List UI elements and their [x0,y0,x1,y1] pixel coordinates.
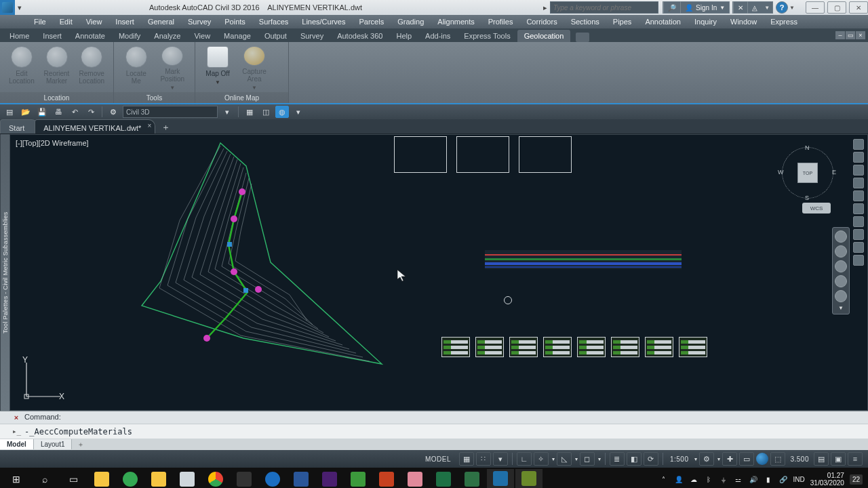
recorder-icon[interactable] [515,469,542,488]
menu-corridors[interactable]: Corridors [519,18,564,26]
mark-position-button[interactable]: MarkPosition▼ [155,43,191,91]
tab-view[interactable]: View [187,30,217,42]
qat-chevron-icon[interactable]: ▾ [15,0,24,15]
ortho-icon[interactable]: ∟ [517,452,532,466]
qat-tool-c-icon[interactable]: ◍ [275,106,289,118]
workspace-dropdown-icon[interactable]: ▾ [220,106,234,118]
file-tab[interactable]: ALINYEMEN VERTIKAL.dwt*× [35,119,155,134]
chevron-down-icon[interactable]: ▼ [789,5,795,11]
excel-icon[interactable] [430,469,457,488]
minimize-button[interactable]: — [806,1,825,14]
taskview-button[interactable]: ▭ [60,469,87,488]
pan-icon[interactable] [835,245,847,258]
command-input[interactable] [24,427,868,436]
tab-modify[interactable]: Modify [112,30,147,42]
exchange-apps-icon[interactable]: ◬ [747,1,762,14]
search-trigger-icon[interactable]: ▸ [540,0,550,15]
link-icon[interactable]: 🔗 [778,474,788,484]
menu-icon[interactable]: ≡ [848,452,863,466]
command-line[interactable]: ▸_ [0,424,868,439]
ime-indicator[interactable]: IND [793,476,805,483]
nav-icon[interactable] [853,216,864,227]
maximize-button[interactable]: ▢ [827,1,846,14]
transparency-icon[interactable]: ◧ [627,452,642,466]
menu-express[interactable]: Express [764,18,804,26]
sign-in-button[interactable]: 👤 Sign In ▼ [680,1,729,14]
locate-me-button[interactable]: LocateMe [118,43,155,91]
menu-linescurves[interactable]: Lines/Curves [295,18,352,26]
exchange-x-icon[interactable]: ✕ [733,1,747,14]
bluetooth-icon[interactable]: ᛒ [704,474,713,484]
zoom-icon[interactable] [835,260,847,272]
command-prompt-icon[interactable]: ▸_ [12,427,22,436]
tab-annotate[interactable]: Annotate [68,30,112,42]
drawing-canvas[interactable]: [-][Top][2D Wireframe] [9,134,868,411]
nav-icon[interactable] [853,178,864,188]
new-tab-button[interactable]: ＋ [158,121,173,134]
mdi-close-button[interactable]: × [856,31,865,39]
open-icon[interactable]: 📂 [19,106,33,118]
monitor-icon[interactable]: ▭ [739,452,754,466]
tab-analyze[interactable]: Analyze [147,30,187,42]
menu-window[interactable]: Window [724,18,764,26]
close-commandline-icon[interactable]: × [12,413,20,422]
layout1-tab[interactable]: Layout1 [34,439,73,449]
menu-edit[interactable]: Edit [53,18,79,26]
tab-home[interactable]: Home [3,30,36,42]
menu-general[interactable]: General [141,18,181,26]
workspace-gear-icon[interactable]: ⚙ [106,106,120,118]
search-button[interactable]: ⌕ [31,469,58,488]
autocad-icon[interactable] [231,469,258,488]
nav-icon[interactable] [853,255,864,266]
tool-palette-bar[interactable]: Tool Palettes - Civil Metric Subassembli… [0,134,9,411]
powerpoint-icon[interactable] [373,469,400,488]
tab-addins[interactable]: Add-ins [418,30,457,42]
network-icon[interactable]: ⏚ [719,474,728,484]
tab-survey[interactable]: Survey [294,30,330,42]
gear-icon[interactable]: ⚙ [699,452,714,466]
tab-expresstools[interactable]: Express Tools [457,30,517,42]
reorient-marker-button[interactable]: ReorientMarker [39,43,75,91]
globe-icon[interactable] [756,453,768,465]
model-tab[interactable]: Model [0,439,34,449]
clock[interactable]: 01.27 31/03/2020 [810,472,844,487]
people-icon[interactable]: 👤 [674,474,684,484]
menu-surfaces[interactable]: Surfaces [252,18,295,26]
word-icon[interactable] [288,469,315,488]
print-icon[interactable]: 🖶 [52,106,65,118]
steering-wheel-icon[interactable] [835,230,847,243]
lineweight-icon[interactable]: ≣ [610,452,625,466]
tab-manage[interactable]: Manage [217,30,258,42]
viewcube[interactable]: TOP N E S W [781,146,835,200]
tab-help[interactable]: Help [389,30,418,42]
new-icon[interactable]: ▤ [3,106,16,118]
ucs-icon[interactable]: X Y [20,356,67,403]
nav-icon[interactable] [853,152,864,163]
wifi-icon[interactable]: ⚍ [734,474,743,484]
camtasia-icon[interactable] [344,469,372,488]
polar-icon[interactable]: ✧ [534,452,549,466]
close-tab-icon[interactable]: × [147,122,151,129]
nav-icon[interactable] [853,242,864,253]
osnap-icon[interactable]: ◻ [580,452,595,466]
menu-annotation[interactable]: Annotation [638,18,688,26]
menu-survey[interactable]: Survey [181,18,218,26]
nav-icon[interactable] [853,139,864,150]
wcs-badge[interactable]: WCS [802,203,831,214]
anno-scale[interactable]: 1:500 [667,455,692,463]
orbit-icon[interactable] [835,275,847,287]
plus-icon[interactable]: ✚ [722,452,737,466]
nav-icon[interactable] [853,203,864,214]
showmotion-icon[interactable] [835,290,847,302]
menu-file[interactable]: File [27,18,53,26]
notepad-icon[interactable] [174,469,201,488]
menu-alignments[interactable]: Alignments [431,18,481,26]
workspace-selector[interactable]: Civil 3D [123,106,218,118]
capture-area-button[interactable]: CaptureArea▼ [236,43,273,91]
qat-dropdown-icon[interactable]: ▾ [292,106,305,118]
nav-icon[interactable] [853,190,864,201]
start-button[interactable]: ⊞ [3,469,30,488]
app-icon[interactable] [117,469,144,488]
chevron-down-icon[interactable]: ▼ [838,305,844,311]
grid-icon[interactable]: ▦ [459,452,474,466]
